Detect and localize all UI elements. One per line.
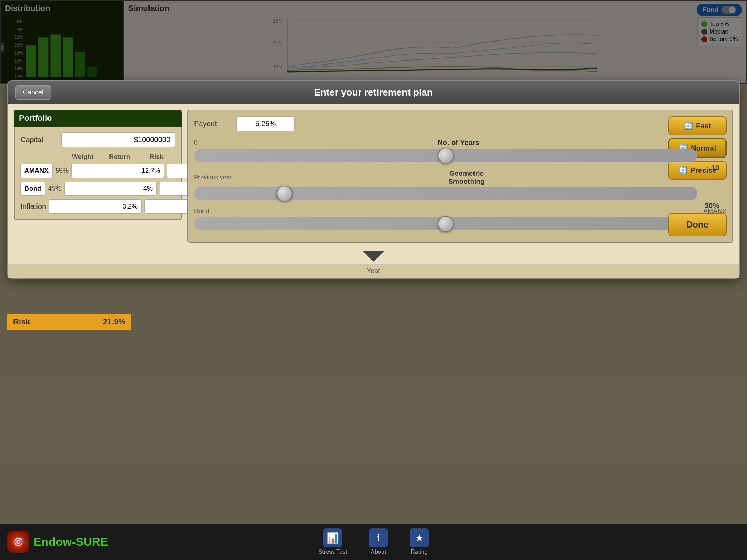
- amanx-name: AMANX: [20, 164, 53, 178]
- payout-label: Payout: [194, 120, 231, 128]
- nav-rating[interactable]: ★ Rating: [410, 528, 429, 555]
- geo-prev-label: Previous year: [194, 174, 232, 181]
- geo-center-label: GeometricSmoothing: [448, 170, 484, 186]
- app-icon: 🎯: [7, 531, 29, 553]
- about-icon: ℹ: [369, 528, 388, 547]
- col-return-header: Return: [101, 153, 138, 161]
- fast-button[interactable]: 🔄 Fast: [668, 116, 727, 135]
- col-risk-header: Risk: [138, 153, 175, 161]
- bond-weight: 45%: [48, 185, 61, 192]
- risk-bar: Risk 21.9%: [7, 314, 131, 330]
- arrow-down-icon: [363, 251, 384, 262]
- alloc-slider-track[interactable]: [194, 217, 697, 230]
- portfolio-section: Portfolio Capital Weight Return Risk AMA…: [14, 110, 182, 243]
- risk-value: 21.9%: [103, 317, 125, 327]
- arrow-indicator: [8, 249, 739, 264]
- rating-icon: ★: [410, 528, 429, 547]
- rating-label: Rating: [411, 549, 427, 555]
- capital-input[interactable]: [61, 132, 175, 147]
- alloc-slider-thumb[interactable]: [438, 216, 454, 232]
- amanx-return-input[interactable]: [71, 164, 164, 178]
- geo-value: 30%: [705, 202, 719, 210]
- years-slider-thumb[interactable]: [438, 148, 454, 164]
- years-value: 10: [711, 164, 719, 172]
- inflation-return-input[interactable]: [49, 199, 142, 214]
- portfolio-body: Capital Weight Return Risk AMANX 55%: [14, 127, 182, 220]
- bottom-nav: 📊 Stress Test ℹ About ★ Rating: [318, 528, 429, 555]
- years-slider-section: 0 No. of Years 20 10: [194, 139, 727, 162]
- amanx-row: AMANX 55%: [20, 164, 175, 178]
- geo-smoothing-section: Previous year GeometricSmoothing This ye…: [194, 170, 727, 200]
- alloc-slider-wrapper: [194, 217, 697, 230]
- modal-header: Cancel Enter your retirement plan: [8, 81, 739, 104]
- col-weight-header: Weight: [64, 153, 101, 161]
- geo-slider-wrapper: 30%: [194, 187, 697, 200]
- settings-section: 🔄 Fast 🔄 Normal 🔄 Precise Payout: [187, 110, 733, 243]
- precise-icon: 🔄: [678, 166, 688, 175]
- app-logo: 🎯 Endow-SURE: [7, 531, 108, 553]
- nav-stress-test[interactable]: 📊 Stress Test: [318, 528, 347, 555]
- payout-row: Payout: [194, 116, 727, 131]
- fast-label: Fast: [696, 122, 711, 130]
- year-axis-label: Year: [367, 267, 380, 275]
- portfolio-header: Portfolio: [14, 110, 182, 127]
- done-button[interactable]: Done: [668, 213, 727, 236]
- bottom-bar: 🎯 Endow-SURE 📊 Stress Test ℹ About ★ Rat…: [0, 524, 747, 560]
- bond-return-input[interactable]: [64, 182, 157, 196]
- allocation-slider-section: Bond AMANX: [194, 207, 727, 230]
- risk-label: Risk: [13, 317, 30, 327]
- about-label: About: [371, 549, 386, 555]
- modal-body: Portfolio Capital Weight Return Risk AMA…: [8, 104, 739, 249]
- cancel-button[interactable]: Cancel: [15, 85, 51, 100]
- years-min-label: 0: [194, 139, 198, 147]
- years-slider-track[interactable]: [194, 149, 697, 162]
- inflation-label: Inflation: [20, 202, 46, 211]
- years-slider-wrapper: 10: [194, 149, 697, 162]
- year-axis: Year: [8, 264, 739, 278]
- geo-slider-track[interactable]: [194, 187, 697, 200]
- capital-row: Capital: [20, 132, 175, 147]
- inflation-row: Inflation: [20, 199, 175, 214]
- payout-input[interactable]: [236, 116, 295, 131]
- geo-slider-thumb[interactable]: [276, 186, 293, 202]
- capital-label: Capital: [20, 136, 57, 144]
- stress-test-icon: 📊: [323, 528, 342, 547]
- stress-test-label: Stress Test: [318, 549, 347, 555]
- years-center-label: No. of Years: [437, 139, 479, 147]
- bond-row: Bond 45%: [20, 182, 175, 196]
- retirement-plan-modal: Cancel Enter your retirement plan Portfo…: [7, 80, 740, 279]
- fast-icon: 🔄: [684, 121, 693, 130]
- bond-name: Bond: [20, 182, 45, 196]
- amanx-weight: 55%: [55, 167, 69, 175]
- nav-about[interactable]: ℹ About: [369, 528, 388, 555]
- bond-alloc-label: Bond: [194, 207, 209, 215]
- app-name: Endow-SURE: [34, 535, 108, 549]
- column-headers: Weight Return Risk: [20, 153, 175, 161]
- modal-title: Enter your retirement plan: [314, 87, 433, 98]
